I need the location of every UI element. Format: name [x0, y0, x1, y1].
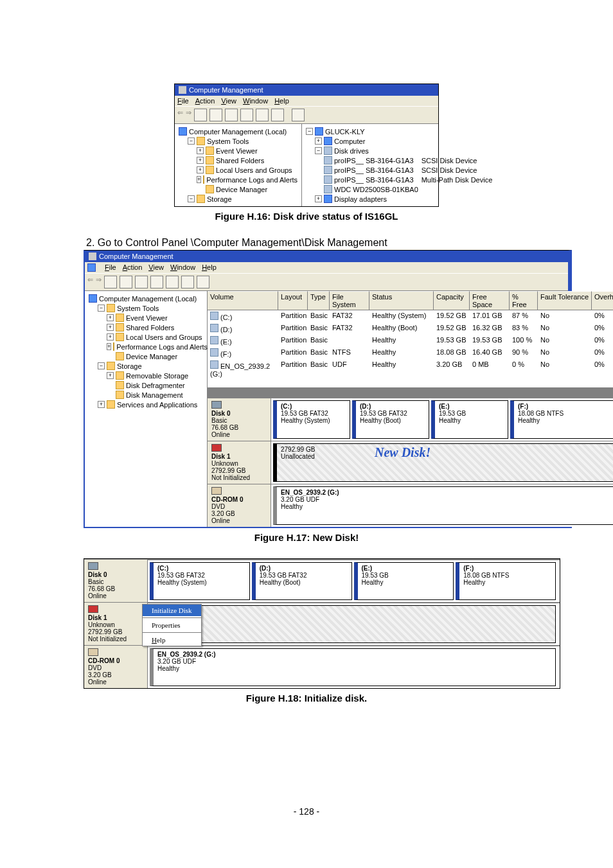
expand-icon[interactable]: + — [107, 314, 114, 321]
tree-root[interactable]: Computer Management (Local) — [189, 128, 287, 136]
table-row[interactable]: (E:)PartitionBasicHealthy19.53 GB19.53 G… — [208, 335, 613, 347]
expand-icon[interactable]: + — [107, 324, 114, 331]
col-layout[interactable]: Layout — [278, 291, 308, 310]
tree-item[interactable]: proIPS__ SB-3164-G1A3 — [334, 166, 414, 174]
toolbar-button[interactable] — [225, 109, 238, 121]
toolbar-button[interactable] — [104, 276, 117, 288]
disk0-row[interactable]: Disk 0 Basic 76.68 GB Online (C:)19.53 G… — [208, 398, 613, 441]
right-tree[interactable]: −GLUCK-KLY +Computer −Disk drives proIPS… — [302, 124, 496, 206]
partition-c[interactable]: (C:)19.53 GB FAT32Healthy (System) — [150, 562, 250, 600]
tree-item[interactable]: Computer — [334, 137, 365, 145]
cdrom-label[interactable]: CD-ROM 0 DVD3.20 GBOnline — [84, 646, 148, 688]
table-row[interactable]: (F:)PartitionBasicNTFSHealthy18.08 GB16.… — [208, 347, 613, 359]
menu-action[interactable]: Action — [195, 97, 215, 105]
tree-item[interactable]: Device Manager — [126, 353, 177, 360]
volume-table-header[interactable]: Volume Layout Type File System Status Ca… — [208, 291, 613, 310]
tree-item[interactable]: Removable Storage — [126, 372, 188, 380]
partition-d[interactable]: (D:)19.53 GB FAT32Healthy (Boot) — [252, 562, 352, 600]
toolbar-button[interactable] — [271, 109, 284, 121]
disk1-row[interactable]: Disk 1 Unknown 2792.99 GB Not Initialize… — [208, 441, 613, 484]
disk0-label[interactable]: Disk 0 Basic 76.68 GB Online — [208, 398, 271, 441]
expand-icon[interactable]: + — [197, 147, 204, 154]
ctx-properties[interactable]: Properties — [143, 619, 201, 631]
toolbar-button[interactable] — [166, 276, 179, 288]
cdrom-row[interactable]: CD-ROM 0 DVD3.20 GBOnline EN_OS_2939.2 (… — [84, 645, 560, 688]
menu-view[interactable]: View — [148, 263, 164, 272]
window-titlebar[interactable]: Computer Management — [85, 251, 568, 262]
toolbar-button[interactable] — [194, 109, 207, 121]
tree-item[interactable]: proIPS__ SB-3164-G1A3 — [334, 157, 414, 164]
collapse-icon[interactable]: − — [188, 137, 195, 145]
menu-file[interactable]: File — [177, 97, 189, 105]
tree-item[interactable]: Disk drives — [334, 147, 369, 155]
partition-e[interactable]: (E:)19.53 GBHealthy — [354, 562, 454, 600]
ctx-initialize-disk[interactable]: Initialize Disk — [143, 605, 201, 616]
col-overhead[interactable]: Overhead — [592, 291, 613, 310]
col-status[interactable]: Status — [369, 291, 434, 310]
partition-g[interactable]: EN_OS_2939.2 (G:)3.20 GB UDFHealthy — [150, 648, 556, 686]
collapse-icon[interactable]: − — [188, 195, 195, 202]
toolbar-button[interactable] — [150, 276, 163, 288]
tree-hostname[interactable]: GLUCK-KLY — [325, 128, 365, 136]
tree-item[interactable]: Performance Logs and Alerts — [116, 343, 208, 351]
expand-icon[interactable]: + — [107, 372, 114, 379]
tree-item[interactable]: Storage — [117, 362, 142, 370]
cdrom-label[interactable]: CD-ROM 0 DVD 3.20 GB Online — [208, 484, 271, 527]
tree-item[interactable]: Event Viewer — [216, 147, 258, 155]
tree-item[interactable]: proIPS__ SB-3164-G1A3 — [334, 176, 414, 184]
col-capacity[interactable]: Capacity — [434, 291, 470, 310]
menu-window[interactable]: Window — [170, 263, 195, 272]
partition-c[interactable]: (C:)19.53 GB FAT32Healthy (System) — [273, 400, 350, 439]
expand-icon[interactable]: + — [107, 333, 114, 341]
tree-item[interactable]: Shared Folders — [126, 324, 174, 332]
toolbar-button[interactable] — [120, 276, 132, 288]
disk0-row[interactable]: Disk 0 Basic76.68 GBOnline (C:)19.53 GB … — [84, 559, 560, 602]
disk1-label[interactable]: Disk 1 Unknown 2792.99 GB Not Initialize… — [208, 441, 271, 484]
tree-item[interactable]: Storage — [207, 195, 232, 203]
left-tree[interactable]: Computer Management (Local) −System Tool… — [85, 291, 208, 527]
window-titlebar[interactable]: Computer Management — [175, 84, 438, 96]
table-row[interactable]: (D:)PartitionBasicFAT32Healthy (Boot)19.… — [208, 323, 613, 335]
toolbar-button[interactable] — [240, 109, 253, 121]
cdrom-row[interactable]: CD-ROM 0 DVD 3.20 GB Online EN_OS_2939.2… — [208, 484, 613, 527]
menu-view[interactable]: View — [221, 97, 236, 105]
tree-item[interactable]: Disk Defragmenter — [126, 382, 185, 389]
collapse-icon[interactable]: − — [98, 305, 105, 312]
col-volume[interactable]: Volume — [208, 291, 278, 310]
disk1-label[interactable]: Disk 1 Unknown2792.99 GBNot Initialized — [84, 603, 148, 645]
unallocated-space[interactable]: 2792.99 GBUnallocated — [273, 443, 613, 482]
expand-icon[interactable]: + — [197, 176, 201, 183]
tree-item[interactable]: Display adapters — [334, 195, 387, 203]
col-pctfree[interactable]: % Free — [510, 291, 538, 310]
tree-item[interactable]: System Tools — [207, 137, 249, 145]
toolbar-button[interactable] — [197, 276, 209, 288]
tree-item[interactable]: Local Users and Groups — [216, 166, 292, 174]
menu-window[interactable]: Window — [243, 97, 268, 105]
tree-item[interactable]: Event Viewer — [126, 314, 168, 322]
tree-item[interactable]: Services and Applications — [117, 401, 197, 409]
tree-item[interactable]: Shared Folders — [216, 157, 264, 164]
tree-item[interactable]: Performance Logs and Alerts — [206, 176, 298, 184]
context-menu[interactable]: Initialize Disk Properties Help — [142, 604, 202, 646]
expand-icon[interactable]: + — [107, 343, 111, 350]
col-type[interactable]: Type — [308, 291, 330, 310]
toolbar-button[interactable] — [256, 109, 269, 121]
partition-g[interactable]: EN_OS_2939.2 (G:)3.20 GB UDFHealthy — [273, 486, 613, 525]
ctx-help[interactable]: Help — [143, 634, 201, 646]
collapse-icon[interactable]: − — [98, 362, 105, 369]
partition-f[interactable]: (F:)18.08 GB NTFSHealthy — [456, 562, 556, 600]
menu-bar[interactable]: File Action View Window Help — [175, 96, 438, 106]
left-tree[interactable]: Computer Management (Local) −System Tool… — [175, 124, 302, 206]
disk0-label[interactable]: Disk 0 Basic76.68 GBOnline — [84, 560, 148, 602]
toolbar-button[interactable] — [181, 276, 194, 288]
unallocated-space[interactable] — [150, 605, 556, 643]
partition-e[interactable]: (E:)19.53 GBHealthy — [431, 400, 508, 439]
menu-help[interactable]: Help — [202, 263, 217, 272]
tree-item[interactable]: Disk Management — [126, 391, 183, 399]
tree-item[interactable]: WDC WD2500SB-01KBA0 — [334, 186, 418, 193]
col-ft[interactable]: Fault Tolerance — [538, 291, 592, 310]
collapse-icon[interactable]: − — [315, 147, 322, 154]
menu-bar[interactable]: File Action View Window Help — [85, 262, 568, 273]
col-freespace[interactable]: Free Space — [470, 291, 510, 310]
partition-d[interactable]: (D:)19.53 GB FAT32Healthy (Boot) — [352, 400, 429, 439]
